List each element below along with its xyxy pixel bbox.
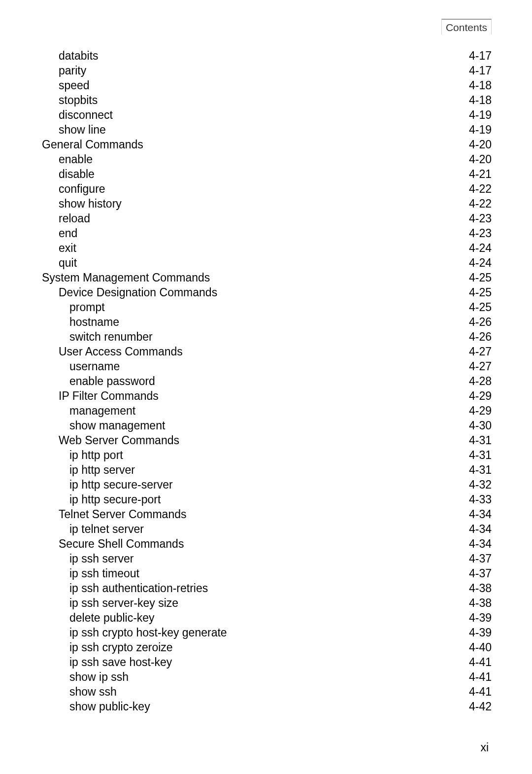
toc-page: 4-27 bbox=[469, 344, 492, 359]
toc-title: IP Filter Commands bbox=[42, 388, 159, 403]
toc-title: disconnect bbox=[42, 107, 113, 122]
toc-row: User Access Commands4-27 bbox=[42, 344, 492, 359]
toc-row: disconnect4-19 bbox=[42, 107, 492, 122]
table-of-contents: databits4-17parity4-17speed4-18stopbits4… bbox=[42, 48, 492, 714]
page-number: xi bbox=[480, 741, 489, 754]
toc-page: 4-39 bbox=[469, 610, 492, 625]
toc-title: ip ssh server bbox=[42, 551, 133, 566]
toc-title: databits bbox=[42, 48, 99, 63]
toc-row: ip ssh timeout4-37 bbox=[42, 566, 492, 581]
toc-title: switch renumber bbox=[42, 329, 153, 344]
toc-page: 4-18 bbox=[469, 93, 492, 107]
toc-row: ip ssh save host-key4-41 bbox=[42, 655, 492, 669]
toc-row: exit4-24 bbox=[42, 241, 492, 255]
toc-row: ip http server4-31 bbox=[42, 462, 492, 477]
toc-title: show ssh bbox=[42, 684, 117, 699]
toc-title: management bbox=[42, 403, 135, 418]
toc-page: 4-33 bbox=[469, 492, 492, 507]
toc-page: 4-23 bbox=[469, 211, 492, 226]
toc-row: Device Designation Commands4-25 bbox=[42, 285, 492, 300]
toc-title: System Management Commands bbox=[42, 270, 210, 285]
toc-title: show ip ssh bbox=[42, 669, 129, 684]
toc-row: show ssh4-41 bbox=[42, 684, 492, 699]
toc-row: end4-23 bbox=[42, 226, 492, 241]
toc-page: 4-30 bbox=[469, 418, 492, 433]
toc-row: ip http port4-31 bbox=[42, 448, 492, 462]
toc-row: ip ssh crypto zeroize4-40 bbox=[42, 640, 492, 655]
toc-row: switch renumber4-26 bbox=[42, 329, 492, 344]
toc-page: 4-19 bbox=[469, 107, 492, 122]
toc-title: Telnet Server Commands bbox=[42, 507, 187, 522]
toc-row: hostname4-26 bbox=[42, 315, 492, 329]
toc-row: username4-27 bbox=[42, 359, 492, 374]
toc-row: ip telnet server4-34 bbox=[42, 522, 492, 536]
toc-page: 4-17 bbox=[469, 48, 492, 63]
toc-row: Secure Shell Commands4-34 bbox=[42, 536, 492, 551]
toc-page: 4-34 bbox=[469, 536, 492, 551]
toc-title: ip telnet server bbox=[42, 522, 144, 536]
toc-row: delete public-key4-39 bbox=[42, 610, 492, 625]
toc-page: 4-40 bbox=[469, 640, 492, 655]
toc-row: configure4-22 bbox=[42, 181, 492, 196]
toc-page: 4-26 bbox=[469, 315, 492, 329]
toc-page: 4-20 bbox=[469, 152, 492, 167]
toc-row: ip ssh authentication-retries4-38 bbox=[42, 581, 492, 596]
toc-title: ip ssh timeout bbox=[42, 566, 139, 581]
toc-page: 4-25 bbox=[469, 270, 492, 285]
toc-row: enable4-20 bbox=[42, 152, 492, 167]
toc-row: management4-29 bbox=[42, 403, 492, 418]
toc-title: show history bbox=[42, 196, 122, 211]
toc-page: 4-34 bbox=[469, 507, 492, 522]
toc-page: 4-19 bbox=[469, 122, 492, 137]
toc-title: delete public-key bbox=[42, 610, 155, 625]
toc-page: 4-31 bbox=[469, 462, 492, 477]
toc-page: 4-28 bbox=[469, 374, 492, 388]
toc-title: ip ssh authentication-retries bbox=[42, 581, 208, 596]
toc-title: ip ssh crypto zeroize bbox=[42, 640, 173, 655]
toc-row: show history4-22 bbox=[42, 196, 492, 211]
toc-row: quit4-24 bbox=[42, 255, 492, 270]
toc-title: User Access Commands bbox=[42, 344, 183, 359]
toc-title: username bbox=[42, 359, 120, 374]
toc-page: 4-24 bbox=[469, 241, 492, 255]
toc-page: 4-25 bbox=[469, 300, 492, 315]
toc-row: ip ssh crypto host-key generate4-39 bbox=[42, 625, 492, 640]
toc-title: end bbox=[42, 226, 77, 241]
toc-page: 4-24 bbox=[469, 255, 492, 270]
toc-title: reload bbox=[42, 211, 90, 226]
toc-page: 4-23 bbox=[469, 226, 492, 241]
toc-page: 4-29 bbox=[469, 388, 492, 403]
toc-title: speed bbox=[42, 78, 90, 93]
toc-title: ip http secure-port bbox=[42, 492, 161, 507]
toc-title: disable bbox=[42, 167, 95, 181]
toc-page: 4-18 bbox=[469, 78, 492, 93]
toc-row: prompt4-25 bbox=[42, 300, 492, 315]
toc-page: 4-37 bbox=[469, 566, 492, 581]
toc-page: 4-37 bbox=[469, 551, 492, 566]
toc-title: parity bbox=[42, 63, 86, 78]
toc-page: 4-29 bbox=[469, 403, 492, 418]
toc-row: IP Filter Commands4-29 bbox=[42, 388, 492, 403]
toc-page: 4-39 bbox=[469, 625, 492, 640]
toc-page: 4-38 bbox=[469, 581, 492, 596]
toc-title: quit bbox=[42, 255, 77, 270]
toc-row: reload4-23 bbox=[42, 211, 492, 226]
toc-page: 4-32 bbox=[469, 477, 492, 492]
toc-row: show management4-30 bbox=[42, 418, 492, 433]
toc-page: 4-21 bbox=[469, 167, 492, 181]
toc-title: ip http secure-server bbox=[42, 477, 173, 492]
toc-page: 4-25 bbox=[469, 285, 492, 300]
toc-row: Telnet Server Commands4-34 bbox=[42, 507, 492, 522]
toc-title: ip http port bbox=[42, 448, 123, 462]
toc-row: ip ssh server-key size4-38 bbox=[42, 596, 492, 610]
toc-page: 4-38 bbox=[469, 596, 492, 610]
toc-row: ip http secure-server4-32 bbox=[42, 477, 492, 492]
toc-title: show line bbox=[42, 122, 106, 137]
toc-page: 4-26 bbox=[469, 329, 492, 344]
toc-title: ip ssh crypto host-key generate bbox=[42, 625, 227, 640]
toc-title: ip ssh server-key size bbox=[42, 596, 178, 610]
toc-page: 4-27 bbox=[469, 359, 492, 374]
toc-page: 4-34 bbox=[469, 522, 492, 536]
toc-title: configure bbox=[42, 181, 105, 196]
toc-title: enable password bbox=[42, 374, 155, 388]
